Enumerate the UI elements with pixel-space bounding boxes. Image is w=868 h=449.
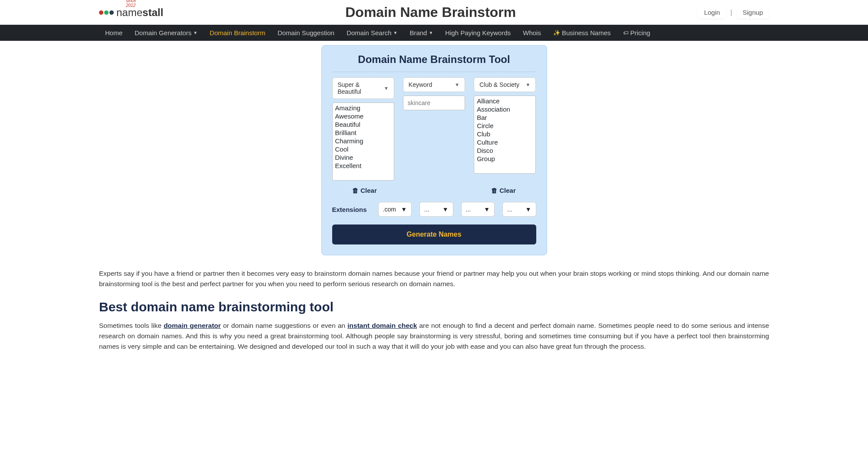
chevron-down-icon: ▼ [384,86,389,91]
list-item[interactable]: Charming [333,137,394,145]
instant-domain-check-link[interactable]: instant domain check [347,322,417,329]
nav-business-names[interactable]: ✨Business Names [547,25,617,41]
trash-icon: 🗑 [491,187,498,194]
intro-paragraph: Experts say if you have a friend or part… [99,268,769,289]
list-item[interactable]: Bar [474,113,535,122]
extension-select-1[interactable]: .com▼ [378,202,412,217]
chevron-down-icon: ▼ [526,82,531,87]
list-item[interactable]: Club [474,130,535,138]
auth-group: Login | Signup [698,6,769,19]
sparkle-icon: ✨ [553,30,560,36]
list-item[interactable]: Culture [474,138,535,146]
chevron-down-icon: ▼ [429,30,433,35]
logo[interactable]: since 2012 namestall [99,7,163,19]
nav-high-paying-keywords[interactable]: High Paying Keywords [439,25,517,41]
extension-select-4[interactable]: ...▼ [502,202,536,217]
chevron-down-icon: ▼ [401,206,407,213]
brainstorm-tool-card: Domain Name Brainstorm Tool Super & Beau… [321,45,547,255]
chevron-down-icon: ▼ [525,206,531,213]
list-item[interactable]: Awesome [333,112,394,120]
list-item[interactable]: Circle [474,122,535,130]
nav-home[interactable]: Home [99,25,129,41]
list-item[interactable]: Beautiful [333,120,394,129]
body-paragraph: Sometimes tools like domain generator or… [99,320,769,352]
tool-title: Domain Name Brainstorm Tool [332,53,536,72]
nav-domain-brainstorm[interactable]: Domain Brainstorm [204,25,271,41]
suffix-listbox[interactable]: Alliance Association Bar Circle Club Cul… [474,96,536,174]
chevron-down-icon: ▼ [442,206,449,213]
clear-prefix-button[interactable]: 🗑Clear [332,187,397,194]
nav-brand[interactable]: Brand▼ [403,25,439,41]
chevron-down-icon: ▼ [393,30,398,35]
clear-suffix-button[interactable]: 🗑Clear [471,187,536,194]
chevron-down-icon: ▼ [455,82,459,87]
generate-names-button[interactable]: Generate Names [332,224,536,244]
list-item[interactable]: Amazing [333,104,394,112]
chevron-down-icon: ▼ [193,30,198,35]
keyword-input[interactable] [403,96,465,110]
trash-icon: 🗑 [352,187,359,194]
list-item[interactable]: Association [474,105,535,113]
logo-dots [99,10,114,15]
chevron-down-icon: ▼ [484,206,490,213]
section-heading: Best domain name brainstorming tool [99,300,769,314]
tag-icon: 🏷 [623,30,629,36]
page-title: Domain Name Brainstorm [345,4,516,20]
auth-separator: | [730,9,732,17]
prefix-listbox[interactable]: Amazing Awesome Beautiful Brilliant Char… [332,102,394,181]
nav-domain-suggestion[interactable]: Domain Suggestion [271,25,340,41]
main-nav: Home Domain Generators▼ Domain Brainstor… [0,25,868,41]
extensions-label: Extensions [332,206,370,213]
list-item[interactable]: Cool [333,145,394,153]
prefix-category-select[interactable]: Super & Beautiful▼ [332,77,394,99]
domain-generator-link[interactable]: domain generator [164,322,221,329]
nav-domain-generators[interactable]: Domain Generators▼ [129,25,204,41]
list-item[interactable]: Group [474,155,535,163]
keyword-type-select[interactable]: Keyword▼ [403,77,465,92]
list-item[interactable]: Excellent [333,162,394,170]
logo-since: since 2012 [126,0,136,8]
logo-text: namestall [116,7,163,19]
suffix-category-select[interactable]: Club & Society▼ [474,77,536,92]
list-item[interactable]: Disco [474,146,535,155]
nav-domain-search[interactable]: Domain Search▼ [340,25,403,41]
list-item[interactable]: Alliance [474,97,535,105]
extension-select-3[interactable]: ...▼ [461,202,495,217]
nav-pricing[interactable]: 🏷Pricing [617,25,657,41]
extension-select-2[interactable]: ...▼ [419,202,453,217]
nav-whois[interactable]: Whois [517,25,547,41]
list-item[interactable]: Divine [333,153,394,162]
login-button[interactable]: Login [698,6,726,19]
signup-button[interactable]: Signup [736,6,769,19]
list-item[interactable]: Brilliant [333,129,394,137]
